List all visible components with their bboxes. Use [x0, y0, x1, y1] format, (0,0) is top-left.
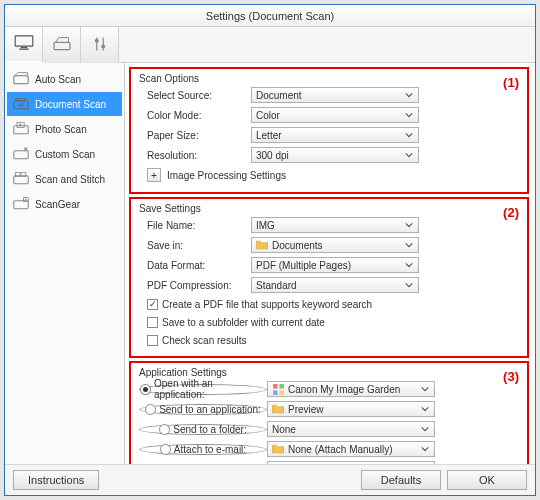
chevron-down-icon: [404, 241, 414, 249]
field-label: Resolution:: [139, 150, 251, 161]
tab-scan-from-computer[interactable]: [5, 27, 43, 63]
button-bar: Instructions Defaults OK: [5, 464, 535, 495]
sidebar-item-label: Document Scan: [35, 99, 106, 110]
dropdown[interactable]: 300 dpi: [251, 147, 419, 163]
radio-option[interactable]: Attach to e-mail:: [139, 444, 267, 455]
annotation-number: (1): [503, 75, 519, 90]
svg-point-7: [101, 44, 105, 48]
chevron-down-icon: [404, 221, 414, 229]
field-label: PDF Compression:: [139, 280, 251, 291]
annotation-number: (2): [503, 205, 519, 220]
settings-window: Settings (Document Scan) Auto ScanDocume…: [4, 4, 536, 496]
svg-rect-3: [54, 42, 70, 49]
section-app-settings: Application Settings (3) Open with an ap…: [129, 361, 529, 464]
scanner-icon: [13, 197, 29, 211]
radio-option[interactable]: Start OCR:: [139, 464, 267, 465]
folder-icon: [256, 239, 268, 251]
sidebar-item-label: Custom Scan: [35, 149, 95, 160]
section-save-settings: Save Settings (2) File Name:IMGSave in:D…: [129, 197, 529, 358]
chevron-down-icon: [404, 131, 414, 139]
sidebar-item-label: Auto Scan: [35, 74, 81, 85]
titlebar: Settings (Document Scan): [5, 5, 535, 27]
svg-rect-2: [19, 49, 29, 50]
sidebar-item-document-scan[interactable]: Document Scan: [7, 92, 122, 116]
scanner-icon: [13, 72, 29, 86]
checkbox-icon: [147, 335, 158, 346]
chevron-down-icon: [404, 111, 414, 119]
checkbox-option[interactable]: Create a PDF file that supports keyword …: [139, 296, 519, 312]
radio-icon: [140, 384, 151, 395]
sidebar-item-scangear[interactable]: ScanGear: [7, 192, 122, 216]
sidebar-item-photo-scan[interactable]: Photo Scan: [7, 117, 122, 141]
checkbox-option[interactable]: Save to a subfolder with current date: [139, 314, 519, 330]
svg-rect-27: [273, 464, 278, 465]
field-label: Select Source:: [139, 90, 251, 101]
dropdown[interactable]: Output to Text: [267, 461, 435, 464]
scanner-icon: [13, 97, 29, 111]
radio-option[interactable]: Send to a folder:: [139, 424, 267, 435]
checkbox-label: Create a PDF file that supports keyword …: [162, 299, 372, 310]
scanner-icon: [52, 36, 72, 54]
chevron-down-icon: [404, 91, 414, 99]
sidebar-item-scan-and-stitch[interactable]: Scan and Stitch: [7, 167, 122, 191]
dropdown[interactable]: Letter: [251, 127, 419, 143]
radio-icon: [172, 464, 183, 465]
svg-rect-28: [279, 464, 284, 465]
annotation-number: (3): [503, 369, 519, 384]
dropdown-value: None: [272, 424, 416, 435]
sidebar: Auto ScanDocument ScanPhoto ScanCustom S…: [5, 63, 125, 464]
dropdown[interactable]: None (Attach Manually): [267, 441, 435, 457]
svg-point-15: [19, 124, 21, 126]
dropdown-value: Output to Text: [288, 464, 416, 465]
dropdown-value: Standard: [256, 280, 400, 291]
svg-rect-9: [14, 101, 28, 109]
svg-rect-23: [273, 384, 278, 389]
dropdown-value: Documents: [272, 240, 400, 251]
svg-rect-25: [273, 390, 278, 395]
sidebar-item-auto-scan[interactable]: Auto Scan: [7, 67, 122, 91]
svg-rect-24: [279, 384, 284, 389]
checkbox-icon: [147, 317, 158, 328]
window-title: Settings (Document Scan): [206, 10, 334, 22]
dropdown[interactable]: Preview: [267, 401, 435, 417]
field-label: Paper Size:: [139, 130, 251, 141]
field-label: Color Mode:: [139, 110, 251, 121]
radio-label: Send to an application:: [159, 404, 261, 415]
dropdown[interactable]: Canon My Image Garden: [267, 381, 435, 397]
monitor-icon: [14, 35, 34, 53]
svg-rect-16: [14, 151, 28, 159]
sidebar-item-label: Scan and Stitch: [35, 174, 105, 185]
sliders-icon: [90, 36, 110, 54]
chevron-down-icon: [420, 425, 430, 433]
instructions-button[interactable]: Instructions: [13, 470, 99, 490]
checkbox-option[interactable]: Check scan results: [139, 332, 519, 348]
radio-option[interactable]: Open with an application:: [139, 384, 267, 395]
tab-scan-from-panel[interactable]: [43, 27, 81, 63]
checkbox-label: Check scan results: [162, 335, 246, 346]
tab-general-settings[interactable]: [81, 27, 119, 63]
dropdown[interactable]: Document: [251, 87, 419, 103]
defaults-button[interactable]: Defaults: [361, 470, 441, 490]
ok-button[interactable]: OK: [447, 470, 527, 490]
radio-option[interactable]: Send to an application:: [139, 404, 267, 415]
sidebar-item-custom-scan[interactable]: Custom Scan: [7, 142, 122, 166]
chevron-down-icon: [404, 281, 414, 289]
expand-label: Image Processing Settings: [167, 170, 286, 181]
chevron-down-icon: [420, 385, 430, 393]
radio-label: Start OCR:: [186, 464, 235, 465]
dropdown[interactable]: Standard: [251, 277, 419, 293]
dropdown[interactable]: None: [267, 421, 435, 437]
section-title: Save Settings: [139, 203, 519, 214]
dropdown-value: IMG: [256, 220, 400, 231]
dropdown[interactable]: Documents: [251, 237, 419, 253]
dropdown[interactable]: PDF (Multiple Pages): [251, 257, 419, 273]
expand-button[interactable]: +: [147, 168, 161, 182]
scanner-icon: [13, 172, 29, 186]
app-icon: [272, 383, 284, 395]
radio-icon: [159, 424, 170, 435]
dropdown-value: Document: [256, 90, 400, 101]
dropdown[interactable]: IMG: [251, 217, 419, 233]
dropdown[interactable]: Color: [251, 107, 419, 123]
chevron-down-icon: [420, 445, 430, 453]
chevron-down-icon: [420, 405, 430, 413]
